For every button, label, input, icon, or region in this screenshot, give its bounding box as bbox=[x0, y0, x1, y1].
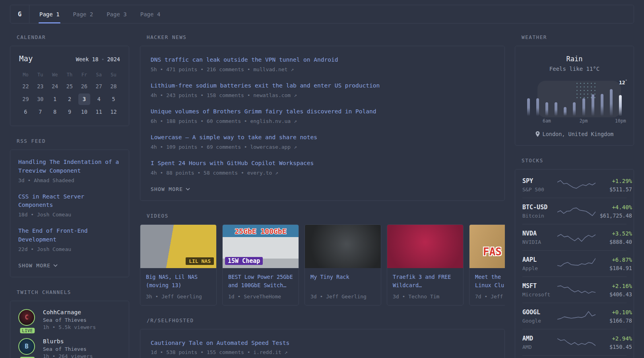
calendar-week-year: Week 18 • 2024 bbox=[76, 56, 120, 62]
page-tab[interactable]: Page 2 bbox=[66, 5, 100, 23]
middle-column: HACKER NEWS DNS traffic can leak outside… bbox=[140, 34, 505, 358]
video-title-link[interactable]: Traefik 3 and FREE Wildcard… bbox=[393, 273, 458, 290]
hackernews-item-link[interactable]: DNS traffic can leak outside the VPN tun… bbox=[151, 56, 494, 64]
rss-item-meta: 3d • Ahmad Shadeed bbox=[18, 177, 121, 184]
stock-change: +2.16% bbox=[596, 283, 632, 289]
stock-change: +1.29% bbox=[596, 178, 632, 184]
app-logo[interactable]: G bbox=[10, 5, 29, 23]
hackernews-item: DNS traffic can leak outside the VPN tun… bbox=[151, 56, 494, 73]
calendar-weekday-label: We bbox=[48, 70, 62, 80]
video-card[interactable]: Traefik 3 and FREE Wildcard… 3d • Techno… bbox=[387, 224, 464, 305]
video-card[interactable]: LIL NAS Big NAS, Lil NAS (moving 13) 3h … bbox=[140, 224, 217, 305]
twitch-channel-row[interactable]: C LIVE CohhCarnage Sea of Thieves 1h • 5… bbox=[18, 309, 121, 330]
video-thumbnail bbox=[305, 225, 381, 268]
live-badge: LIVE bbox=[20, 328, 35, 333]
stock-price: $406.43 bbox=[596, 291, 632, 298]
videos-section-label: VIDEOS bbox=[147, 213, 505, 219]
video-title-link[interactable]: Big NAS, Lil NAS (moving 13) bbox=[146, 273, 211, 290]
calendar-day: 28 bbox=[108, 81, 120, 92]
calendar-day: 2 bbox=[64, 93, 76, 105]
twitch-section-label: TWITCH CHANNELS bbox=[17, 289, 129, 295]
video-text: BEST Low Power 25GbE and 100GbE Switch… … bbox=[223, 268, 299, 305]
weather-bar-slot bbox=[562, 82, 569, 124]
rss-item-link[interactable]: The End of Front-End Development bbox=[18, 227, 121, 244]
twitch-channel-info: CohhCarnage Sea of Thieves 1h • 5.5k vie… bbox=[43, 309, 96, 330]
calendar-day: 29 bbox=[19, 93, 31, 105]
rss-item-link[interactable]: Handling The Indentation of a Treeview C… bbox=[18, 158, 121, 175]
twitch-channel-link[interactable]: CohhCarnage bbox=[43, 309, 96, 315]
calendar-weekday-label: Su bbox=[106, 70, 121, 80]
calendar-day: 6 bbox=[19, 106, 31, 118]
video-title-link[interactable]: My Tiny Rack bbox=[310, 273, 375, 290]
stock-row: GOOGL Google +0.10% $166.78 bbox=[522, 303, 627, 329]
calendar-weekday-label: Tu bbox=[33, 70, 48, 80]
twitch-channel-game: Sea of Thieves bbox=[43, 346, 93, 352]
weather-bar-slot: 6am bbox=[543, 82, 550, 124]
weather-bar bbox=[564, 107, 566, 116]
calendar-section-label: CALENDAR bbox=[17, 34, 129, 40]
weather-bar-slot bbox=[608, 82, 615, 124]
stock-name: AMD bbox=[522, 344, 557, 350]
stocks-card: SPY S&P 500 +1.29% $511.57 bbox=[515, 169, 634, 358]
twitch-channel-link[interactable]: Blurbs bbox=[43, 338, 93, 344]
weather-bar bbox=[582, 98, 585, 116]
sparkline-chart bbox=[557, 336, 596, 349]
video-title-link[interactable]: Meet the Linux Clu bbox=[475, 273, 505, 290]
weather-feels-like: Feels like 11°C bbox=[525, 66, 624, 72]
hackernews-item-link[interactable]: Lithium-free sodium batteries exit the l… bbox=[151, 82, 494, 90]
video-text: Traefik 3 and FREE Wildcard… 3d • Techno… bbox=[387, 268, 463, 305]
stock-row: SPY S&P 500 +1.29% $511.57 bbox=[522, 172, 627, 198]
calendar-day: 27 bbox=[93, 81, 105, 92]
thumbnail-text: FAS bbox=[483, 246, 502, 258]
rss-card: Handling The Indentation of a Treeview C… bbox=[10, 150, 129, 277]
weather-card: Rain Feels like 11°C 12° bbox=[515, 46, 634, 146]
stock-price: $150.45 bbox=[596, 344, 632, 350]
video-card[interactable]: FAS Meet the Linux Clu 7d • Jeff Geerlin… bbox=[469, 224, 505, 305]
hackernews-item-link[interactable]: Unique volumes of Brothers Grimm fairy t… bbox=[151, 107, 494, 116]
stock-sparkline bbox=[557, 231, 596, 244]
calendar-day: 26 bbox=[78, 81, 90, 92]
stock-name: NVIDIA bbox=[522, 239, 557, 245]
rss-show-more-label: SHOW MORE bbox=[18, 263, 50, 268]
rss-widget: RSS FEED Handling The Indentation of a T… bbox=[10, 138, 129, 277]
page-tab[interactable]: Page 1 bbox=[33, 5, 66, 23]
hackernews-section-label: HACKER NEWS bbox=[147, 34, 505, 40]
weather-condition: Rain bbox=[525, 55, 624, 63]
stock-sparkline bbox=[557, 336, 596, 349]
reddit-item-link[interactable]: Cautionary Tale on Automated Speed Tests bbox=[151, 339, 494, 348]
page-tab[interactable]: Page 4 bbox=[134, 5, 167, 23]
calendar-day: 24 bbox=[49, 81, 61, 92]
reddit-widget: /R/SELFHOSTED Cautionary Tale on Automat… bbox=[140, 317, 505, 358]
calendar-day: 30 bbox=[34, 93, 46, 105]
stock-symbol: NVDA bbox=[522, 230, 557, 237]
page-tab[interactable]: Page 3 bbox=[100, 5, 134, 23]
video-thumbnail: 25GbE 100GbE 15W Cheap bbox=[223, 225, 299, 268]
stock-change: +6.87% bbox=[596, 257, 632, 263]
calendar-month: May bbox=[19, 54, 33, 63]
hackernews-show-more-button[interactable]: SHOW MORE bbox=[151, 186, 190, 192]
hackernews-item-link[interactable]: Lowercase – A simple way to take and sha… bbox=[151, 133, 494, 142]
stock-symbol: BTC-USD bbox=[522, 204, 557, 211]
rss-show-more-button[interactable]: SHOW MORE bbox=[18, 263, 58, 268]
calendar-day: 11 bbox=[93, 106, 105, 118]
calendar-weekday-label: Sa bbox=[91, 70, 106, 80]
twitch-channel-status: 1h • 5.5k viewers bbox=[43, 324, 96, 330]
rss-item-link[interactable]: CSS in React Server Components bbox=[18, 193, 121, 210]
hackernews-widget: HACKER NEWS DNS traffic can leak outside… bbox=[140, 34, 505, 201]
video-title-link[interactable]: BEST Low Power 25GbE and 100GbE Switch… bbox=[228, 273, 293, 290]
stock-row: NVDA NVIDIA +3.52% $888.40 bbox=[522, 224, 627, 250]
weather-section-label: WEATHER bbox=[522, 34, 634, 40]
weather-bar-slot bbox=[525, 82, 532, 124]
stock-name: Google bbox=[522, 318, 557, 324]
hackernews-item-link[interactable]: I Spent 24 Hours with GitHub Copilot Wor… bbox=[151, 159, 494, 168]
stock-row: MSFT Microsoft +2.16% $406.43 bbox=[522, 276, 627, 303]
stocks-section-label: STOCKS bbox=[522, 158, 634, 163]
calendar-grid: Mo Tu We Th Fr Sa Su bbox=[18, 70, 121, 118]
video-card[interactable]: 25GbE 100GbE 15W Cheap BEST Low Power 25… bbox=[222, 224, 299, 305]
calendar-day: 4 bbox=[93, 93, 105, 105]
twitch-channel-row[interactable]: B LIVE Blurbs Sea of Thieves 1h • 264 vi… bbox=[18, 338, 121, 358]
video-card[interactable]: My Tiny Rack 3d • Jeff Geerling bbox=[305, 224, 381, 305]
stock-price: $166.78 bbox=[596, 317, 632, 324]
calendar-week: Week 18 bbox=[76, 56, 99, 62]
video-thumbnail: LIL NAS bbox=[140, 225, 216, 268]
